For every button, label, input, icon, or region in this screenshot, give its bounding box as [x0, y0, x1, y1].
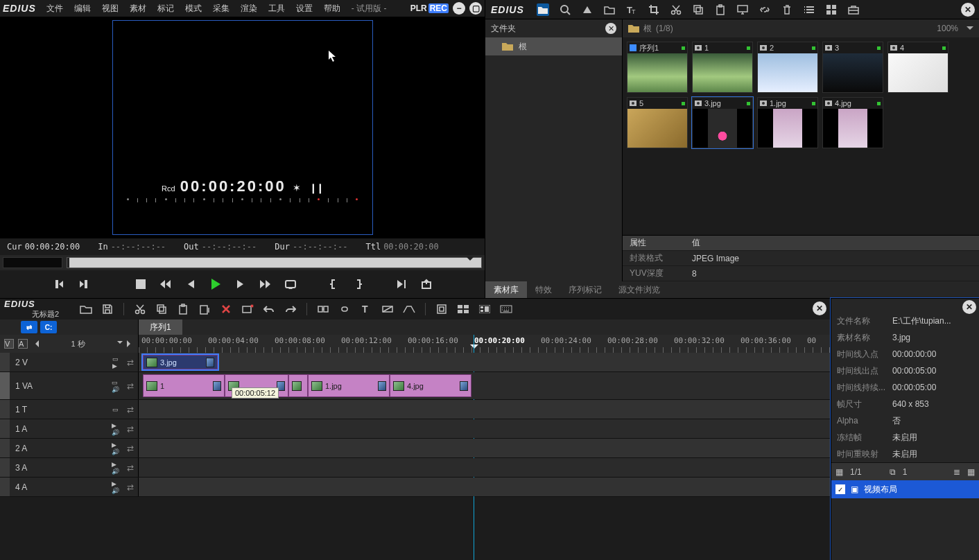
- info-selected-row[interactable]: ✓ ▣ 视频布局: [831, 480, 979, 498]
- folder-root[interactable]: 根: [485, 37, 622, 55]
- folder-close-icon[interactable]: ✕: [605, 23, 616, 34]
- menu-file[interactable]: 文件: [42, 1, 68, 16]
- menu-clip[interactable]: 素材: [125, 1, 151, 16]
- track-lane[interactable]: [139, 419, 831, 438]
- track-icons[interactable]: ▶🔊: [107, 478, 123, 496]
- clip[interactable]: 3.jpg: [143, 355, 218, 369]
- track-edge[interactable]: [0, 458, 10, 477]
- menu-help[interactable]: 帮助: [319, 1, 345, 16]
- track-icons[interactable]: ▭: [107, 400, 123, 419]
- track-swap-icon[interactable]: ⇄: [123, 372, 138, 399]
- track-header[interactable]: 1 T: [10, 400, 107, 419]
- clip[interactable]: 1.jpg: [308, 374, 390, 397]
- play-icon[interactable]: [205, 274, 226, 295]
- track-edge[interactable]: [0, 400, 10, 419]
- clip[interactable]: 1: [143, 374, 225, 397]
- track-swap-icon[interactable]: ⇄: [123, 400, 138, 419]
- monitor-icon[interactable]: [736, 3, 749, 16]
- thumb-3.jpg[interactable]: 3.jpg: [692, 97, 753, 148]
- scrub-track[interactable]: [67, 257, 482, 268]
- track-patch[interactable]: V: [4, 339, 14, 349]
- menu-tools[interactable]: 工具: [263, 1, 290, 16]
- mark-in-icon[interactable]: [49, 274, 69, 295]
- track-edge[interactable]: [0, 419, 10, 438]
- grid-icon[interactable]: [825, 3, 838, 16]
- search-icon[interactable]: [559, 3, 571, 16]
- link-icon[interactable]: [338, 302, 352, 316]
- mark-out-icon[interactable]: [73, 274, 94, 295]
- chevron-down-icon[interactable]: [967, 26, 973, 30]
- in-bracket-icon[interactable]: [323, 274, 344, 295]
- out-bracket-icon[interactable]: [348, 274, 369, 295]
- transition-icon[interactable]: [381, 302, 395, 316]
- thumb-4.jpg[interactable]: 4.jpg: [822, 97, 883, 148]
- track-edge[interactable]: [0, 353, 10, 371]
- paste-icon[interactable]: [176, 302, 190, 316]
- link-icon[interactable]: [759, 3, 771, 16]
- track-header[interactable]: 2 V: [10, 353, 107, 371]
- zoom-label[interactable]: 100%: [937, 24, 958, 33]
- thumb-1[interactable]: 1: [692, 42, 753, 93]
- step-back-icon[interactable]: [180, 274, 201, 295]
- track-lane[interactable]: [139, 458, 831, 477]
- close-icon[interactable]: ✕: [813, 301, 826, 315]
- track-header[interactable]: 1 VA: [10, 372, 107, 399]
- track-lane[interactable]: [139, 478, 831, 496]
- menu-edit[interactable]: 编辑: [69, 1, 96, 16]
- track-lane[interactable]: [139, 400, 831, 419]
- track-swap-icon[interactable]: ⇄: [123, 439, 138, 457]
- sequence-tab[interactable]: 序列1: [139, 320, 182, 335]
- track-header[interactable]: 1 A: [10, 419, 107, 438]
- thumb-1.jpg[interactable]: 1.jpg: [757, 97, 818, 148]
- track-icons[interactable]: ▶🔊: [107, 419, 123, 438]
- multicam-icon[interactable]: [456, 302, 470, 316]
- save-icon[interactable]: [101, 302, 114, 316]
- track-icons[interactable]: ▶🔊: [107, 439, 123, 457]
- menu-view[interactable]: 视图: [97, 1, 123, 16]
- next-edit-icon[interactable]: [391, 274, 412, 295]
- list-icon[interactable]: ≣: [953, 467, 960, 477]
- paste-icon[interactable]: [714, 3, 727, 16]
- trash-icon[interactable]: [781, 3, 793, 16]
- minimize-icon[interactable]: −: [453, 2, 465, 15]
- clip[interactable]: [288, 374, 308, 397]
- track-patch[interactable]: A: [18, 339, 28, 349]
- ffwd-icon[interactable]: [255, 274, 276, 295]
- keyboard-icon[interactable]: [499, 302, 513, 316]
- track-edge[interactable]: [0, 478, 10, 496]
- track-lane[interactable]: [139, 439, 831, 457]
- track-header[interactable]: 4 A: [10, 478, 107, 496]
- thumb-4[interactable]: 4: [887, 42, 948, 93]
- crop-icon[interactable]: [648, 3, 660, 16]
- export-icon[interactable]: [416, 274, 437, 295]
- track-header[interactable]: 2 A: [10, 439, 107, 457]
- stop-icon[interactable]: [130, 274, 151, 295]
- list-icon[interactable]: [803, 3, 815, 16]
- toolbox-icon[interactable]: [847, 3, 860, 16]
- scrub-block[interactable]: [3, 257, 62, 268]
- tab-effects[interactable]: 特效: [527, 281, 560, 298]
- menu-capture[interactable]: 采集: [208, 1, 234, 16]
- step-fwd-icon[interactable]: [230, 274, 251, 295]
- breadcrumb[interactable]: 根 (1/8): [628, 23, 673, 35]
- track-lane[interactable]: 3.jpg: [139, 353, 831, 371]
- copy-icon[interactable]: [692, 3, 704, 16]
- tab-library[interactable]: 素材库: [485, 281, 527, 298]
- chevron-down-icon[interactable]: [117, 341, 123, 347]
- scale-up-icon[interactable]: [127, 340, 134, 347]
- triangle-icon[interactable]: [581, 3, 594, 16]
- thumb-3[interactable]: 3: [822, 42, 883, 93]
- mode-insert-icon[interactable]: C:: [40, 321, 57, 333]
- redo-icon[interactable]: [284, 302, 297, 316]
- proxy-icon[interactable]: [478, 302, 492, 316]
- track-icons[interactable]: ▭▶: [107, 353, 123, 371]
- audio-fade-icon[interactable]: [402, 302, 416, 316]
- menu-marker[interactable]: 标记: [153, 1, 179, 16]
- maximize-icon[interactable]: ▢: [469, 2, 482, 15]
- folder-icon[interactable]: [537, 3, 549, 16]
- viewer-canvas[interactable]: Rcd 00:00:20:00 ✶❙❙: [112, 20, 373, 235]
- close-icon[interactable]: ✕: [962, 300, 976, 314]
- track-edge[interactable]: [0, 439, 10, 457]
- paste-insert-icon[interactable]: [198, 302, 211, 316]
- track-header[interactable]: 3 A: [10, 458, 107, 477]
